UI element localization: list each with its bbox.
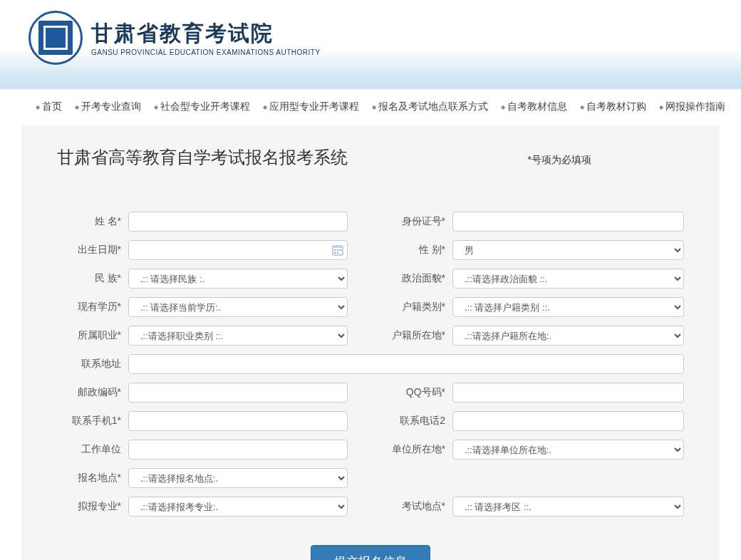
label-gender: 性 别*	[381, 244, 452, 256]
row-postal-code: 邮政编码*	[57, 383, 360, 403]
label-postal-code: 邮政编码*	[57, 386, 128, 399]
row-education: 现有学历* .:: 请选择当前学历:.	[57, 297, 360, 317]
select-exam-location[interactable]: .:: 请选择考区 ::.	[452, 497, 684, 517]
row-political: 政治面貌* .::请选择政治面貌 ::.	[381, 269, 684, 289]
label-phone1: 联系手机1*	[57, 415, 128, 427]
submit-button[interactable]: 提交报名信息	[311, 545, 430, 560]
form-grid: 姓 名* 身份证号* 出生日期* 性	[57, 212, 684, 517]
site-title-cn: 甘肃省教育考试院	[91, 19, 321, 48]
row-ethnicity: 民 族* .:: 请选择民族 :.	[57, 269, 360, 289]
select-household-location[interactable]: .::请选择户籍所在地:.	[452, 326, 684, 346]
input-address[interactable]	[128, 354, 684, 374]
logo-icon	[28, 11, 83, 65]
select-unit-location[interactable]: .::请选择单位所在地:.	[452, 440, 684, 460]
row-household-type: 户籍类别* .:: 请选择户籍类别 ::.	[381, 297, 684, 317]
select-reg-location[interactable]: .::请选择报名地点:.	[128, 468, 348, 488]
input-qq[interactable]	[452, 383, 684, 403]
row-name: 姓 名*	[57, 212, 360, 232]
select-gender[interactable]: 男	[452, 240, 684, 260]
input-postal-code[interactable]	[128, 383, 348, 403]
label-household-type: 户籍类别*	[381, 301, 452, 313]
row-address: 联系地址	[57, 354, 684, 374]
header-banner: 甘肃省教育考试院 GANSU PROVINCIAL EDUCATION EXAM…	[0, 0, 741, 89]
label-phone2: 联系电话2	[381, 415, 452, 427]
select-household-type[interactable]: .:: 请选择户籍类别 ::.	[452, 297, 684, 317]
row-id-number: 身份证号*	[381, 212, 684, 232]
nav-major-query[interactable]: 开考专业查询	[75, 100, 141, 113]
nav-applied-courses[interactable]: 应用型专业开考课程	[263, 100, 359, 113]
nav-textbook-order[interactable]: 自考教材订购	[580, 100, 646, 113]
select-education[interactable]: .:: 请选择当前学历:.	[128, 297, 348, 317]
label-ethnicity: 民 族*	[57, 272, 128, 285]
label-unit-location: 单位所在地*	[381, 443, 452, 456]
nav-bar: 首页 开考专业查询 社会型专业开考课程 应用型专业开考课程 报名及考试地点联系方…	[0, 89, 741, 125]
input-work-unit[interactable]	[128, 440, 348, 460]
label-name: 姓 名*	[57, 215, 128, 228]
select-major[interactable]: .::请选择报考专业:.	[128, 497, 348, 517]
select-occupation[interactable]: .::请选择职业类别 ::.	[128, 326, 348, 346]
label-exam-location: 考试地点*	[381, 500, 452, 513]
row-work-unit: 工作单位	[57, 440, 360, 460]
label-birth-date: 出生日期*	[57, 244, 128, 256]
label-education: 现有学历*	[57, 301, 128, 313]
row-qq: QQ号码*	[381, 383, 684, 403]
row-phone2: 联系电话2	[381, 411, 684, 431]
row-household-location: 户籍所在地* .::请选择户籍所在地:.	[381, 326, 684, 346]
label-occupation: 所属职业*	[57, 329, 128, 342]
form-header: 甘肃省高等教育自学考试报名报考系统 *号项为必填项	[57, 146, 684, 169]
input-phone2[interactable]	[452, 411, 684, 431]
input-phone1[interactable]	[128, 411, 348, 431]
nav-home[interactable]: 首页	[36, 100, 62, 113]
input-birth-date[interactable]	[128, 240, 348, 260]
logo-area: 甘肃省教育考试院 GANSU PROVINCIAL EDUCATION EXAM…	[28, 11, 321, 65]
label-id-number: 身份证号*	[381, 215, 452, 228]
submit-area: 提交报名信息	[57, 545, 684, 560]
row-major: 拟报专业* .::请选择报考专业:.	[57, 497, 360, 517]
label-qq: QQ号码*	[381, 386, 452, 399]
nav-textbook-info[interactable]: 自考教材信息	[501, 100, 567, 113]
label-reg-location: 报名地点*	[57, 472, 128, 484]
label-work-unit: 工作单位	[57, 443, 128, 456]
row-occupation: 所属职业* .::请选择职业类别 ::.	[57, 326, 360, 346]
row-exam-location: 考试地点* .:: 请选择考区 ::.	[381, 497, 684, 517]
label-household-location: 户籍所在地*	[381, 329, 452, 342]
content-area: 甘肃省高等教育自学考试报名报考系统 *号项为必填项 姓 名* 身份证号* 出生日…	[21, 125, 720, 560]
input-id-number[interactable]	[452, 212, 684, 232]
title-area: 甘肃省教育考试院 GANSU PROVINCIAL EDUCATION EXAM…	[91, 19, 321, 56]
site-title-en: GANSU PROVINCIAL EDUCATION EXAMINATIONS …	[91, 48, 321, 56]
row-gender: 性 别* 男	[381, 240, 684, 260]
select-ethnicity[interactable]: .:: 请选择民族 :.	[128, 269, 348, 289]
nav-social-courses[interactable]: 社会型专业开考课程	[154, 100, 250, 113]
row-phone1: 联系手机1*	[57, 411, 360, 431]
nav-contact[interactable]: 报名及考试地点联系方式	[372, 100, 488, 113]
nav-online-guide[interactable]: 网报操作指南	[659, 100, 725, 113]
label-address: 联系地址	[57, 358, 128, 370]
required-note: *号项为必填项	[528, 154, 591, 167]
form-title: 甘肃省高等教育自学考试报名报考系统	[57, 146, 348, 169]
row-unit-location: 单位所在地* .::请选择单位所在地:.	[381, 440, 684, 460]
select-political[interactable]: .::请选择政治面貌 ::.	[452, 269, 684, 289]
input-name[interactable]	[128, 212, 348, 232]
row-birth-date: 出生日期*	[57, 240, 360, 260]
label-major: 拟报专业*	[57, 500, 128, 513]
row-reg-location: 报名地点* .::请选择报名地点:.	[57, 468, 684, 488]
label-political: 政治面貌*	[381, 272, 452, 285]
